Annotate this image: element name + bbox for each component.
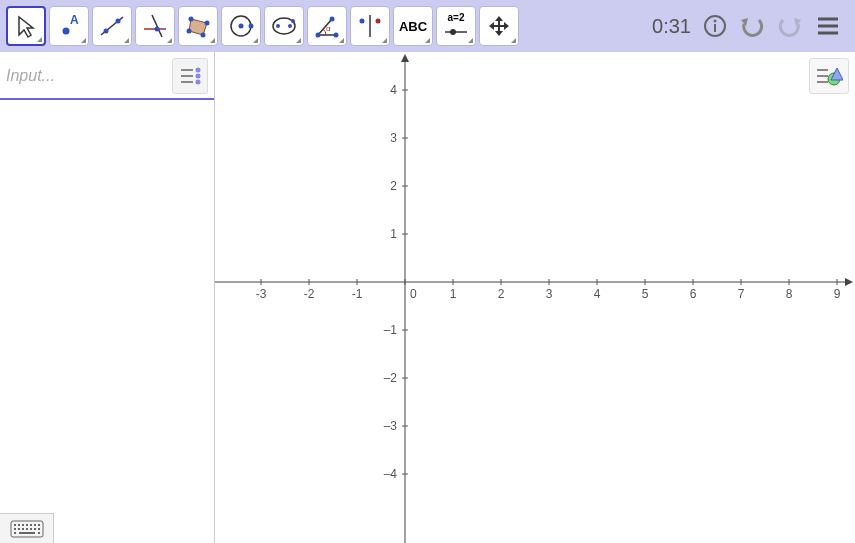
tool-ellipse[interactable]	[264, 6, 304, 46]
svg-point-25	[376, 19, 381, 24]
svg-rect-44	[26, 524, 28, 526]
algebra-sidebar	[0, 52, 215, 543]
svg-text:–3: –3	[384, 419, 398, 433]
svg-point-29	[714, 20, 717, 23]
svg-point-7	[155, 27, 160, 32]
svg-rect-53	[34, 528, 36, 530]
svg-text:α: α	[326, 24, 331, 33]
svg-point-17	[288, 24, 292, 28]
svg-text:6: 6	[690, 287, 697, 301]
svg-point-1	[63, 28, 70, 35]
svg-text:-1: -1	[352, 287, 363, 301]
toolbar: AαABCa=2 0:31	[0, 0, 855, 52]
svg-point-9	[205, 21, 210, 26]
svg-text:A: A	[70, 13, 79, 27]
svg-point-22	[330, 17, 335, 22]
svg-point-3	[104, 29, 109, 34]
tool-circle[interactable]	[221, 6, 261, 46]
timer: 0:31	[652, 15, 691, 38]
svg-rect-52	[30, 528, 32, 530]
svg-point-14	[249, 24, 254, 29]
toolbar-right: 0:31	[652, 14, 849, 38]
tool-reflect[interactable]	[350, 6, 390, 46]
svg-point-10	[201, 33, 206, 38]
svg-rect-30	[714, 24, 716, 32]
svg-text:1: 1	[390, 227, 397, 241]
svg-point-20	[316, 33, 321, 38]
tool-group: AαABCa=2	[6, 6, 519, 46]
svg-rect-41	[14, 524, 16, 526]
sidebar-style-icon[interactable]	[172, 58, 208, 94]
svg-text:0: 0	[410, 287, 417, 301]
svg-rect-54	[38, 528, 40, 530]
svg-text:–1: –1	[384, 323, 398, 337]
svg-text:3: 3	[390, 131, 397, 145]
svg-rect-49	[18, 528, 20, 530]
svg-rect-43	[22, 524, 24, 526]
tool-perpendicular[interactable]	[135, 6, 175, 46]
svg-rect-47	[38, 524, 40, 526]
redo-icon[interactable]	[777, 14, 803, 38]
tool-pan[interactable]	[479, 6, 519, 46]
svg-rect-46	[34, 524, 36, 526]
svg-rect-45	[30, 524, 32, 526]
svg-rect-56	[19, 532, 35, 534]
tool-text[interactable]: ABC	[393, 6, 433, 46]
svg-point-37	[196, 74, 201, 79]
svg-point-13	[239, 24, 244, 29]
svg-text:2: 2	[390, 179, 397, 193]
tool-slider[interactable]: a=2	[436, 6, 476, 46]
svg-text:-3: -3	[256, 287, 267, 301]
svg-line-6	[152, 15, 162, 37]
svg-text:–2: –2	[384, 371, 398, 385]
svg-text:4: 4	[594, 287, 601, 301]
svg-point-24	[360, 19, 365, 24]
svg-text:7: 7	[738, 287, 745, 301]
undo-icon[interactable]	[739, 14, 765, 38]
graphics-view[interactable]: -3-2-10123456789–4–3–2–11234	[215, 52, 855, 543]
svg-text:–4: –4	[384, 467, 398, 481]
graphics-style-icon[interactable]	[809, 58, 849, 94]
main: -3-2-10123456789–4–3–2–11234	[0, 52, 855, 543]
svg-text:1: 1	[450, 287, 457, 301]
svg-point-16	[276, 24, 280, 28]
tool-line[interactable]	[92, 6, 132, 46]
svg-point-8	[189, 17, 194, 22]
svg-point-11	[187, 29, 192, 34]
menu-icon[interactable]	[815, 14, 841, 38]
svg-rect-51	[26, 528, 28, 530]
svg-text:4: 4	[390, 83, 397, 97]
svg-text:5: 5	[642, 287, 649, 301]
svg-rect-42	[18, 524, 20, 526]
svg-point-21	[334, 33, 339, 38]
tool-angle[interactable]: α	[307, 6, 347, 46]
svg-point-27	[450, 29, 456, 35]
svg-text:9: 9	[834, 287, 841, 301]
svg-text:-2: -2	[304, 287, 315, 301]
svg-rect-48	[14, 528, 16, 530]
tool-move[interactable]	[6, 6, 46, 46]
svg-point-39	[196, 80, 201, 85]
keyboard-icon[interactable]	[0, 513, 54, 543]
svg-rect-55	[14, 532, 16, 534]
tool-polygon[interactable]	[178, 6, 218, 46]
coordinate-axes: -3-2-10123456789–4–3–2–11234	[215, 52, 855, 543]
svg-text:8: 8	[786, 287, 793, 301]
svg-text:2: 2	[498, 287, 505, 301]
svg-rect-57	[38, 532, 40, 534]
info-icon[interactable]	[703, 14, 727, 38]
svg-text:3: 3	[546, 287, 553, 301]
tool-point[interactable]: A	[49, 6, 89, 46]
svg-point-18	[291, 19, 295, 23]
svg-point-4	[116, 19, 121, 24]
svg-point-35	[196, 68, 201, 73]
svg-rect-50	[22, 528, 24, 530]
